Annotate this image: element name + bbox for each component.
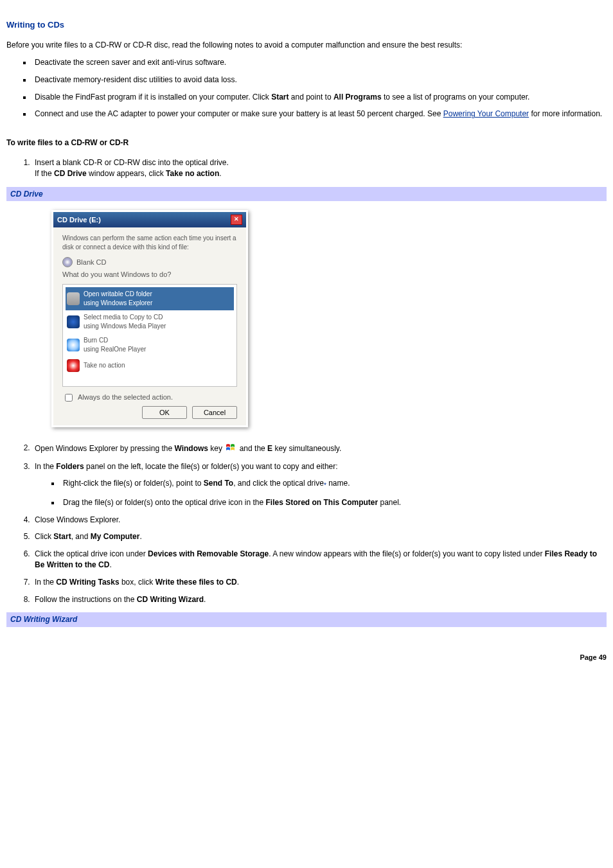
sub-step: Drag the file(s) or folder(s) onto the o… xyxy=(60,497,607,508)
step-item: In the Folders panel on the left, locate… xyxy=(32,461,607,508)
step-item: Follow the instructions on the CD Writin… xyxy=(32,594,607,605)
dialog-option[interactable]: Burn CDusing RealOne Player xyxy=(66,333,234,357)
media-player-icon xyxy=(67,315,80,328)
dialog-titlebar: CD Drive (E:) ✕ xyxy=(53,212,246,227)
figure-caption-cd-wizard: CD Writing Wizard xyxy=(6,612,607,627)
step-item: Insert a blank CD-R or CD-RW disc into t… xyxy=(32,157,607,179)
powering-computer-link[interactable]: Powering Your Computer xyxy=(443,109,529,118)
step-item: Click the optical drive icon under Devic… xyxy=(32,549,607,571)
dialog-title-text: CD Drive (E:) xyxy=(57,215,101,225)
windows-key-icon xyxy=(226,443,236,455)
sub-step: Right-click the file(s) or folder(s), po… xyxy=(60,478,607,490)
steps-list-continued: Open Windows Explorer by pressing the Wi… xyxy=(6,443,607,605)
steps-list: Insert a blank CD-R or CD-RW disc into t… xyxy=(6,157,607,179)
note-item: Disable the FindFast program if it is in… xyxy=(32,92,607,103)
figure-caption-cd-drive: CD Drive xyxy=(6,187,607,202)
dialog-option[interactable]: Select media to Copy to CDusing Windows … xyxy=(66,310,234,333)
note-item: Deactivate memory-resident disc utilitie… xyxy=(32,75,607,85)
checkbox-input[interactable] xyxy=(65,394,73,402)
dialog-intro: Windows can perform the same action each… xyxy=(62,234,237,252)
section-heading: Writing to CDs xyxy=(6,19,607,31)
close-icon[interactable]: ✕ xyxy=(231,215,242,225)
note-item: Deactivate the screen saver and exit ant… xyxy=(32,57,607,68)
dialog-option-list[interactable]: Open writable CD folderusing Windows Exp… xyxy=(62,284,237,387)
folder-icon xyxy=(67,292,80,305)
step-item: In the CD Writing Tasks box, click Write… xyxy=(32,577,607,588)
dialog-prompt: What do you want Windows to do? xyxy=(62,270,237,279)
step-item: Close Windows Explorer. xyxy=(32,515,607,526)
procedure-heading: To write files to a CD-RW or CD-R xyxy=(6,137,607,148)
cd-drive-dialog-figure: CD Drive (E:) ✕ Windows can perform the … xyxy=(6,201,607,436)
notes-list: Deactivate the screen saver and exit ant… xyxy=(6,57,607,120)
cancel-button[interactable]: Cancel xyxy=(192,406,237,419)
cd-drive-dialog: CD Drive (E:) ✕ Windows can perform the … xyxy=(51,210,248,427)
realone-icon xyxy=(67,339,80,351)
cd-icon xyxy=(62,257,73,267)
always-do-checkbox[interactable]: Always do the selected action. xyxy=(62,392,237,403)
ok-button[interactable]: OK xyxy=(142,406,187,419)
intro-paragraph: Before you write files to a CD-RW or CD-… xyxy=(6,40,607,51)
page-number: Page 49 xyxy=(6,653,607,662)
note-item: Connect and use the AC adapter to power … xyxy=(32,109,607,120)
dialog-option[interactable]: Take no action xyxy=(66,357,234,375)
step-item: Click Start, and My Computer. xyxy=(32,531,607,542)
dialog-option[interactable]: Open writable CD folderusing Windows Exp… xyxy=(66,287,234,310)
no-action-icon xyxy=(67,359,80,372)
dialog-disc-line: Blank CD xyxy=(62,257,237,267)
step-item: Open Windows Explorer by pressing the Wi… xyxy=(32,443,607,455)
